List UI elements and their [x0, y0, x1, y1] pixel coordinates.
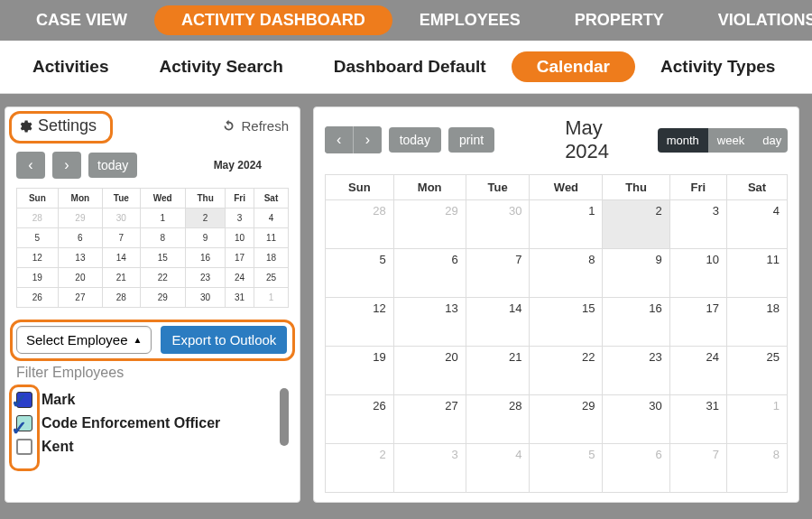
calendar-day-cell[interactable]: 7 — [669, 444, 726, 493]
subnav-item-activity-types[interactable]: Activity Types — [635, 51, 800, 82]
calendar-day-cell[interactable]: 26 — [326, 395, 394, 444]
calendar-prev-button[interactable]: ‹ — [325, 126, 353, 153]
calendar-day-cell[interactable]: 14 — [466, 298, 530, 347]
calendar-day-cell[interactable]: 28 — [466, 395, 530, 444]
calendar-day-cell[interactable]: 6 — [393, 249, 466, 298]
calendar-next-button[interactable]: › — [353, 126, 381, 153]
employee-filter-row[interactable]: Mark — [16, 388, 289, 412]
calendar-day-cell[interactable]: 8 — [530, 249, 603, 298]
scrollbar-thumb[interactable] — [280, 388, 289, 446]
mini-day-cell[interactable]: 4 — [254, 209, 288, 228]
calendar-day-cell[interactable]: 29 — [393, 200, 466, 249]
calendar-day-cell[interactable]: 4 — [727, 200, 788, 249]
employee-filter-row[interactable]: Kent — [16, 435, 289, 459]
calendar-day-cell[interactable]: 28 — [326, 200, 394, 249]
calendar-day-cell[interactable]: 24 — [669, 347, 726, 395]
mini-day-cell[interactable]: 16 — [185, 248, 225, 268]
calendar-day-cell[interactable]: 8 — [727, 444, 788, 493]
mini-day-cell[interactable]: 10 — [226, 228, 254, 248]
mini-day-cell[interactable]: 23 — [185, 268, 225, 288]
calendar-day-cell[interactable]: 12 — [326, 298, 394, 347]
export-outlook-button[interactable]: Export to Outlook — [161, 326, 287, 354]
topnav-item-property[interactable]: PROPERTY — [548, 5, 691, 35]
subnav-item-dashboard-default[interactable]: Dashboard Default — [309, 51, 512, 82]
calendar-day-cell[interactable]: 25 — [727, 347, 788, 395]
calendar-day-cell[interactable]: 15 — [530, 298, 603, 347]
mini-day-cell[interactable]: 22 — [140, 268, 185, 288]
mini-day-cell[interactable]: 1 — [254, 288, 288, 308]
mini-day-cell[interactable]: 24 — [226, 268, 254, 288]
mini-day-cell[interactable]: 19 — [17, 268, 59, 288]
subnav-item-calendar[interactable]: Calendar — [512, 51, 635, 82]
calendar-day-cell[interactable]: 30 — [603, 395, 669, 444]
mini-day-cell[interactable]: 30 — [103, 209, 140, 228]
calendar-day-cell[interactable]: 17 — [669, 298, 726, 347]
calendar-day-cell[interactable]: 3 — [669, 200, 726, 249]
mini-day-cell[interactable]: 31 — [226, 288, 254, 308]
mini-day-cell[interactable]: 15 — [140, 248, 185, 268]
topnav-item-violations[interactable]: VIOLATIONS — [691, 5, 812, 35]
view-week-button[interactable]: week — [708, 128, 753, 153]
mini-day-cell[interactable]: 29 — [140, 288, 185, 308]
mini-prev-button[interactable]: ‹ — [16, 152, 45, 179]
calendar-day-cell[interactable]: 13 — [393, 298, 466, 347]
mini-day-cell[interactable]: 8 — [140, 228, 185, 248]
calendar-day-cell[interactable]: 21 — [466, 347, 530, 395]
settings-button[interactable]: Settings — [16, 116, 97, 135]
calendar-day-cell[interactable]: 19 — [326, 347, 394, 395]
calendar-day-cell[interactable]: 18 — [727, 298, 788, 347]
mini-day-cell[interactable]: 7 — [103, 228, 140, 248]
mini-day-cell[interactable]: 25 — [254, 268, 288, 288]
calendar-day-cell[interactable]: 5 — [326, 249, 394, 298]
calendar-print-button[interactable]: print — [448, 127, 494, 153]
calendar-day-cell[interactable]: 16 — [603, 298, 669, 347]
calendar-day-cell[interactable]: 6 — [603, 444, 669, 493]
mini-day-cell[interactable]: 27 — [58, 288, 102, 308]
calendar-day-cell[interactable]: 1 — [727, 395, 788, 444]
calendar-day-cell[interactable]: 2 — [326, 444, 394, 493]
calendar-day-cell[interactable]: 5 — [530, 444, 603, 493]
mini-day-cell[interactable]: 9 — [185, 228, 225, 248]
calendar-day-cell[interactable]: 7 — [466, 249, 530, 298]
calendar-day-cell[interactable]: 31 — [669, 395, 726, 444]
view-day-button[interactable]: day — [753, 128, 788, 153]
calendar-day-cell[interactable]: 1 — [530, 200, 603, 249]
main-calendar[interactable]: SunMonTueWedThuFriSat 282930123456789101… — [325, 174, 788, 493]
calendar-day-cell[interactable]: 4 — [466, 444, 530, 493]
subnav-item-activities[interactable]: Activities — [7, 51, 134, 82]
calendar-day-cell[interactable]: 29 — [530, 395, 603, 444]
mini-day-cell[interactable]: 3 — [226, 209, 254, 228]
mini-day-cell[interactable]: 20 — [58, 268, 102, 288]
select-employee-dropdown[interactable]: Select Employee ▲ — [16, 326, 152, 354]
mini-day-cell[interactable]: 21 — [103, 268, 140, 288]
mini-day-cell[interactable]: 11 — [254, 228, 288, 248]
mini-next-button[interactable]: › — [52, 152, 81, 179]
view-month-button[interactable]: month — [658, 128, 708, 153]
mini-calendar[interactable]: SunMonTueWedThuFriSat 282930123456789101… — [16, 188, 289, 308]
mini-day-cell[interactable]: 28 — [17, 209, 59, 228]
calendar-day-cell[interactable]: 10 — [669, 249, 726, 298]
mini-today-button[interactable]: today — [88, 153, 137, 178]
employee-filter-row[interactable]: Code Enforcement Officer — [16, 412, 289, 435]
calendar-day-cell[interactable]: 23 — [603, 347, 669, 395]
mini-day-cell[interactable]: 29 — [58, 209, 102, 228]
topnav-item-employees[interactable]: EMPLOYEES — [392, 5, 548, 35]
calendar-day-cell[interactable]: 20 — [393, 347, 466, 395]
subnav-item-activity-search[interactable]: Activity Search — [134, 51, 308, 82]
mini-day-cell[interactable]: 18 — [254, 248, 288, 268]
calendar-day-cell[interactable]: 9 — [603, 249, 669, 298]
calendar-today-button[interactable]: today — [389, 127, 441, 153]
refresh-button[interactable]: Refresh — [222, 118, 289, 134]
mini-day-cell[interactable]: 14 — [103, 248, 140, 268]
calendar-day-cell[interactable]: 3 — [393, 444, 466, 493]
mini-day-cell[interactable]: 13 — [58, 248, 102, 268]
mini-day-cell[interactable]: 12 — [17, 248, 59, 268]
mini-day-cell[interactable]: 26 — [17, 288, 59, 308]
topnav-item-case-view[interactable]: CASE VIEW — [9, 5, 154, 35]
calendar-day-cell[interactable]: 22 — [530, 347, 603, 395]
calendar-day-cell[interactable]: 2 — [603, 200, 669, 249]
employee-color-swatch[interactable] — [16, 439, 32, 455]
mini-day-cell[interactable]: 6 — [58, 228, 102, 248]
topnav-item-activity-dashboard[interactable]: ACTIVITY DASHBOARD — [154, 5, 392, 35]
mini-day-cell[interactable]: 17 — [226, 248, 254, 268]
